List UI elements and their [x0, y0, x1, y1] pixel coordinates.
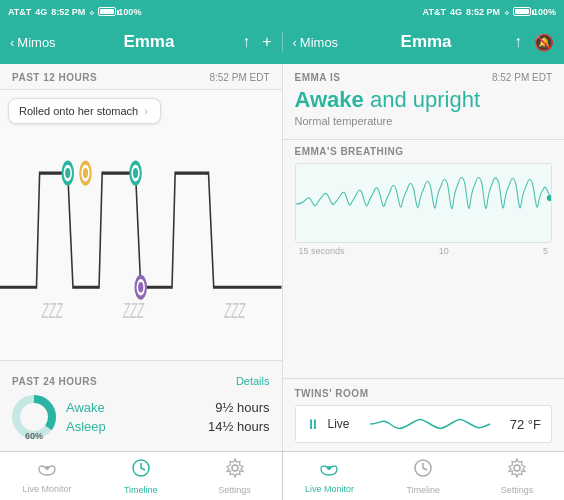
- tab-timeline-right[interactable]: Timeline: [376, 452, 470, 500]
- left-panel-header: PAST 12 HOURS 8:52 PM EDT: [0, 64, 282, 89]
- svg-point-19: [327, 466, 331, 470]
- tab-live-monitor-label-right: Live Monitor: [305, 484, 354, 494]
- sleep-pie-chart: 60%: [12, 395, 56, 439]
- stat-asleep-label: Asleep: [66, 419, 106, 434]
- network-right: 4G: [450, 7, 462, 17]
- back-button-left[interactable]: ‹ Mimos: [10, 35, 56, 50]
- status-awake: Awake: [295, 87, 364, 112]
- timeline-icon-right: [413, 458, 433, 483]
- svg-text:ZZZ: ZZZ: [122, 298, 144, 323]
- tab-timeline-label-left: Timeline: [124, 485, 158, 495]
- room-row: ⏸ Live 72 °F: [295, 405, 553, 443]
- tab-bar-right: Live Monitor Timeline Settings: [283, 452, 565, 500]
- timeline-icon-left: [131, 458, 151, 483]
- bluetooth-left-icon: ⬦: [89, 7, 94, 17]
- temp-label: 72 °F: [510, 417, 541, 432]
- svg-point-7: [83, 168, 88, 178]
- carrier-right: AT&T: [423, 7, 446, 17]
- pause-icon[interactable]: ⏸: [306, 416, 320, 432]
- divider-2: [283, 378, 565, 379]
- svg-point-11: [138, 282, 143, 292]
- bluetooth-right-icon: ⬦: [504, 7, 509, 17]
- time-label-10: 10: [439, 246, 449, 256]
- tooltip-bubble[interactable]: Rolled onto her stomach ›: [8, 98, 161, 124]
- emma-status-main: Awake and upright: [295, 87, 553, 113]
- tab-bar-left: Live Monitor Timeline Settings: [0, 452, 283, 500]
- nav-actions-right: ↑ 🔕: [514, 33, 554, 52]
- details-link[interactable]: Details: [236, 375, 270, 387]
- nav-actions-left: ↑ +: [242, 33, 271, 51]
- left-header-time: 8:52 PM EDT: [209, 72, 269, 83]
- emma-is-section: EMMA IS 8:52 PM EDT Awake and upright No…: [283, 64, 565, 133]
- breathing-section: EMMA'S BREATHING 15 seconds 10 5: [283, 146, 565, 372]
- battery-right: 100%: [513, 7, 556, 17]
- back-label-right: Mimos: [300, 35, 338, 50]
- svg-text:ZZZ: ZZZ: [41, 298, 63, 323]
- share-icon-right[interactable]: ↑: [514, 33, 522, 51]
- share-icon-left[interactable]: ↑: [242, 33, 250, 51]
- tab-settings-left[interactable]: Settings: [188, 452, 282, 500]
- svg-point-5: [65, 168, 70, 178]
- settings-icon-right: [507, 458, 527, 483]
- bell-icon-right[interactable]: 🔕: [534, 33, 554, 52]
- tab-timeline-left[interactable]: Timeline: [94, 452, 188, 500]
- past-hours-label: PAST 12 HOURS: [12, 72, 97, 83]
- tab-live-monitor-label-left: Live Monitor: [22, 484, 71, 494]
- svg-point-16: [45, 466, 49, 470]
- breathing-label: EMMA'S BREATHING: [295, 146, 553, 157]
- tab-timeline-label-right: Timeline: [406, 485, 440, 495]
- time-right: 8:52 PM: [466, 7, 500, 17]
- stats-label: PAST 24 HOURS: [12, 376, 97, 387]
- breathing-chart: [295, 163, 553, 243]
- back-chevron-left-icon: ‹: [10, 35, 14, 50]
- status-bar-left: AT&T 4G 8:52 PM ⬦ 100%: [8, 3, 141, 20]
- live-label: Live: [328, 417, 350, 431]
- tab-live-monitor-left[interactable]: Live Monitor: [0, 452, 94, 500]
- main-content: PAST 12 HOURS 8:52 PM EDT Rolled onto he…: [0, 64, 564, 451]
- nav-title-left: Emma: [123, 32, 174, 52]
- stats-section: PAST 24 HOURS Details 60% Awake: [0, 367, 282, 451]
- sleep-chart-svg: ZZZ ZZZ ZZZ: [0, 90, 282, 360]
- stat-awake: Awake 9½ hours: [66, 400, 270, 415]
- battery-left: 100%: [98, 7, 141, 17]
- settings-icon-left: [225, 458, 245, 483]
- tab-settings-label-left: Settings: [218, 485, 251, 495]
- tab-live-monitor-right[interactable]: Live Monitor: [283, 452, 377, 500]
- emma-is-time: 8:52 PM EDT: [492, 72, 552, 83]
- svg-point-18: [232, 465, 238, 471]
- status-bar: AT&T 4G 8:52 PM ⬦ 100% AT&T 4G 8:52 PM ⬦…: [0, 0, 564, 20]
- back-label-left: Mimos: [17, 35, 55, 50]
- room-wave-svg: [358, 412, 502, 436]
- emma-status-sub: Normal temperature: [295, 115, 553, 127]
- svg-point-9: [133, 168, 138, 178]
- stat-asleep-value: 14½ hours: [208, 419, 269, 434]
- tooltip-text: Rolled onto her stomach: [19, 105, 138, 117]
- nav-right: ‹ Mimos Emma ↑ 🔕: [283, 32, 565, 52]
- status-bar-right: AT&T 4G 8:52 PM ⬦ 100%: [423, 3, 556, 20]
- tab-bar: Live Monitor Timeline Settings Live Moni…: [0, 451, 564, 500]
- tab-settings-label-right: Settings: [501, 485, 534, 495]
- stats-header: PAST 24 HOURS Details: [12, 375, 270, 387]
- nav-bar: ‹ Mimos Emma ↑ + ‹ Mimos Emma ↑ 🔕: [0, 20, 564, 64]
- stat-awake-value: 9½ hours: [215, 400, 269, 415]
- back-button-right[interactable]: ‹ Mimos: [293, 35, 339, 50]
- live-monitor-icon-right: [319, 459, 339, 482]
- time-label-5: 5: [543, 246, 548, 256]
- stat-awake-label: Awake: [66, 400, 105, 415]
- add-icon-left[interactable]: +: [262, 33, 271, 51]
- status-rest: and upright: [364, 87, 480, 112]
- tab-settings-right[interactable]: Settings: [470, 452, 564, 500]
- time-left: 8:52 PM: [51, 7, 85, 17]
- live-monitor-icon-left: [37, 459, 57, 482]
- nav-left: ‹ Mimos Emma ↑ +: [0, 32, 283, 52]
- svg-text:ZZZ: ZZZ: [224, 298, 246, 323]
- stat-asleep: Asleep 14½ hours: [66, 419, 270, 434]
- room-label: TWINS' ROOM: [295, 388, 553, 399]
- emma-is-label: EMMA IS: [295, 72, 341, 83]
- stats-row: 60% Awake 9½ hours Asleep 14½ hours: [12, 395, 270, 439]
- pie-percent-label: 60%: [25, 431, 43, 441]
- sleep-chart-area: Rolled onto her stomach › ZZZ ZZZ ZZZ: [0, 89, 282, 361]
- network-left: 4G: [35, 7, 47, 17]
- divider-1: [283, 139, 565, 140]
- svg-point-21: [514, 465, 520, 471]
